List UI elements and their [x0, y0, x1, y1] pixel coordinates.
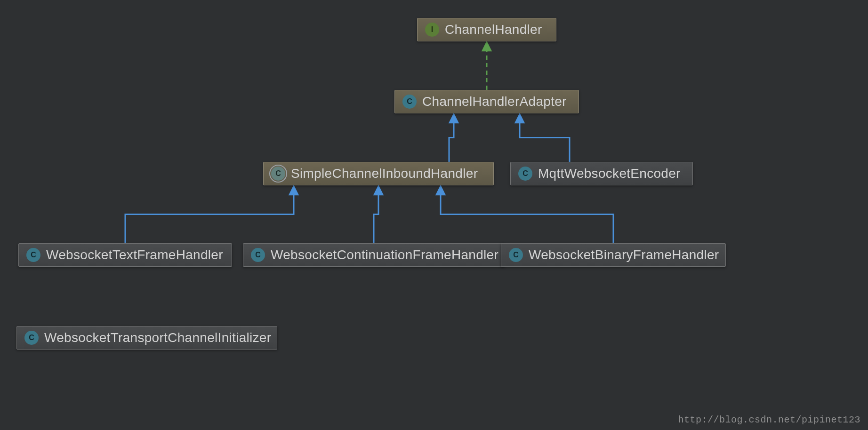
node-label: WebsocketTransportChannelInitializer [44, 330, 271, 345]
connector-simpleChannelInboundHandler-to-channelHandlerAdapter [449, 118, 454, 162]
node-mqtt-websocket-encoder[interactable]: C MqttWebsocketEncoder [510, 162, 693, 185]
node-label: ChannelHandler [445, 22, 542, 37]
node-label: ChannelHandlerAdapter [422, 94, 567, 109]
node-channel-handler-adapter[interactable]: C ChannelHandlerAdapter [394, 90, 579, 113]
node-label: MqttWebsocketEncoder [538, 166, 681, 181]
node-channel-handler[interactable]: I ChannelHandler [417, 18, 556, 41]
diagram-canvas: I ChannelHandler C ChannelHandlerAdapter… [0, 0, 868, 430]
class-icon: C [518, 167, 532, 181]
node-label: WebsocketBinaryFrameHandler [529, 247, 719, 263]
node-websocket-binary-frame-handler[interactable]: C WebsocketBinaryFrameHandler [501, 243, 726, 267]
node-simple-channel-inbound-handler[interactable]: C SimpleChannelInboundHandler [263, 162, 494, 185]
abstract-class-icon: C [271, 167, 285, 181]
watermark-text: http://blog.csdn.net/pipinet123 [678, 414, 860, 425]
interface-icon: I [425, 23, 439, 37]
class-icon: C [24, 331, 39, 345]
connector-websocketTextFrameHandler-to-simpleChannelInboundHandler [125, 190, 294, 243]
node-label: SimpleChannelInboundHandler [291, 166, 478, 181]
class-icon: C [509, 248, 523, 262]
class-icon: C [251, 248, 265, 262]
ring-icon [269, 165, 287, 183]
node-websocket-transport-channel-initializer[interactable]: C WebsocketTransportChannelInitializer [16, 326, 277, 350]
class-icon: C [402, 95, 417, 109]
connector-websocketContinuationFrameHandler-to-simpleChannelInboundHandler [374, 190, 378, 243]
connector-mqttWebsocketEncoder-to-channelHandlerAdapter [520, 118, 570, 162]
node-websocket-continuation-frame-handler[interactable]: C WebsocketContinuationFrameHandler [243, 243, 505, 267]
class-icon: C [26, 248, 40, 262]
node-label: WebsocketTextFrameHandler [46, 247, 223, 263]
node-websocket-text-frame-handler[interactable]: C WebsocketTextFrameHandler [18, 243, 232, 267]
connector-websocketBinaryFrameHandler-to-simpleChannelInboundHandler [441, 190, 613, 243]
node-label: WebsocketContinuationFrameHandler [271, 247, 498, 263]
connector-layer [0, 0, 868, 430]
